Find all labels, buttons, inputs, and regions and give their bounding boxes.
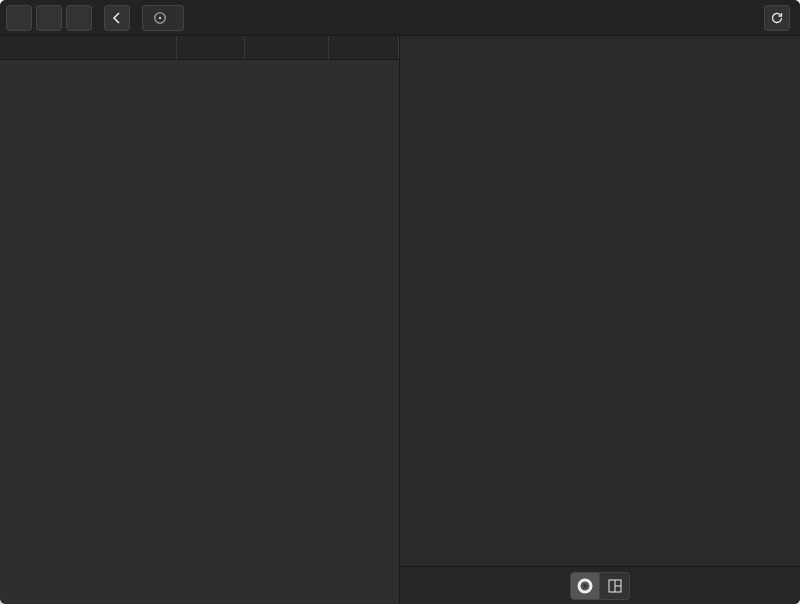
path-tab[interactable] — [142, 5, 184, 31]
refresh-button[interactable] — [764, 5, 790, 31]
view-switcher — [400, 566, 800, 604]
treemap-icon — [608, 579, 622, 593]
svg-point-3 — [583, 584, 587, 588]
disk-icon — [153, 11, 167, 25]
back-button[interactable] — [104, 5, 130, 31]
refresh-icon — [770, 11, 784, 25]
column-headers — [0, 36, 399, 60]
chevron-left-icon — [111, 12, 123, 24]
svg-point-1 — [159, 16, 162, 19]
titlebar — [0, 0, 800, 36]
folder-tree-pane — [0, 36, 400, 604]
maximize-button[interactable] — [66, 5, 92, 31]
contents-column-header[interactable] — [245, 36, 329, 59]
root-row[interactable] — [0, 60, 399, 82]
minimize-button[interactable] — [36, 5, 62, 31]
treemap-button[interactable] — [600, 572, 630, 600]
ring-chart-button[interactable] — [570, 572, 600, 600]
close-button[interactable] — [6, 5, 32, 31]
sunburst-chart[interactable] — [400, 36, 800, 566]
folder-column-header[interactable] — [0, 36, 177, 59]
app-window — [0, 0, 800, 604]
ring-chart-icon — [577, 578, 593, 594]
modified-column-header[interactable] — [329, 36, 399, 59]
folder-rows — [0, 60, 399, 604]
chart-pane — [400, 36, 800, 604]
size-column-header[interactable] — [177, 36, 245, 59]
